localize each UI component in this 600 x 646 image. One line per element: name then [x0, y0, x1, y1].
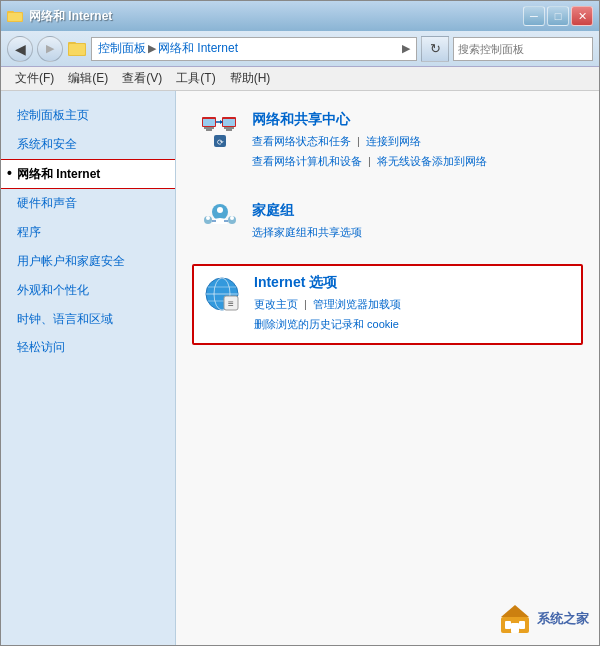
network-center-icon: ⟳ — [200, 111, 240, 151]
title-bar: 网络和 Internet ─ □ ✕ — [1, 1, 599, 31]
sep-2: | — [368, 155, 371, 167]
internet-options-text: Internet 选项 更改主页 | 管理浏览器加载项 删除浏览的历史记录和 c… — [254, 274, 573, 335]
menu-tools[interactable]: 工具(T) — [170, 68, 221, 89]
sidebar-label-user-accounts: 用户帐户和家庭安全 — [17, 253, 125, 270]
nav-folder-icon — [67, 39, 87, 59]
internet-options-icon: ≡ — [202, 274, 242, 314]
svg-text:⟳: ⟳ — [217, 138, 224, 147]
sidebar-item-programs[interactable]: 程序 — [1, 218, 175, 247]
sep-3: | — [304, 298, 307, 310]
title-bar-left: 网络和 Internet — [7, 8, 112, 25]
network-center-links: 查看网络状态和任务 | 连接到网络 查看网络计算机和设备 | 将无线设备添加到网… — [252, 132, 575, 172]
svg-rect-13 — [223, 119, 235, 126]
svg-rect-2 — [8, 13, 22, 21]
link-connect-network[interactable]: 连接到网络 — [366, 135, 421, 147]
watermark-icon — [499, 603, 531, 635]
main-content: 控制面板主页 系统和安全 网络和 Internet 硬件和声音 程序 用户帐户和… — [1, 91, 599, 645]
internet-options-links: 更改主页 | 管理浏览器加载项 删除浏览的历史记录和 cookie — [254, 295, 573, 335]
menu-view[interactable]: 查看(V) — [116, 68, 168, 89]
sidebar-item-accessibility[interactable]: 轻松访问 — [1, 333, 175, 362]
section-internet-options: ≡ Internet 选项 更改主页 | 管理浏览器加载项 删除浏览的历史记录和… — [192, 264, 583, 345]
window-controls: ─ □ ✕ — [523, 6, 593, 26]
forward-button[interactable]: ▶ — [37, 36, 63, 62]
sidebar-item-controlpanel-home[interactable]: 控制面板主页 — [1, 101, 175, 130]
sidebar-item-network-internet[interactable]: 网络和 Internet — [1, 159, 175, 190]
sidebar-item-hardware-sound[interactable]: 硬件和声音 — [1, 189, 175, 218]
sidebar-label-appearance: 外观和个性化 — [17, 282, 89, 299]
network-center-item: ⟳ 网络和共享中心 查看网络状态和任务 | 连接到网络 查看网络计算机和设备 | — [192, 103, 583, 180]
sep-1: | — [357, 135, 360, 147]
sidebar-item-clock-language[interactable]: 时钟、语言和区域 — [1, 305, 175, 334]
menu-file[interactable]: 文件(F) — [9, 68, 60, 89]
link-change-homepage[interactable]: 更改主页 — [254, 298, 298, 310]
link-view-computers[interactable]: 查看网络计算机和设备 — [252, 155, 362, 167]
section-network-center: ⟳ 网络和共享中心 查看网络状态和任务 | 连接到网络 查看网络计算机和设备 | — [192, 103, 583, 180]
sidebar: 控制面板主页 系统和安全 网络和 Internet 硬件和声音 程序 用户帐户和… — [1, 91, 176, 645]
link-choose-homegroup[interactable]: 选择家庭组和共享选项 — [252, 226, 362, 238]
watermark: 系统之家 — [499, 603, 589, 635]
homegroup-icon-svg — [200, 202, 240, 242]
svg-point-19 — [217, 207, 223, 213]
back-button[interactable]: ◀ — [7, 36, 33, 62]
svg-rect-8 — [206, 129, 212, 131]
close-button[interactable]: ✕ — [571, 6, 593, 26]
address-bar: ◀ ▶ 控制面板 ▶ 网络和 Internet ▶ ↻ 🔍 — [1, 31, 599, 67]
breadcrumb-item-controlpanel[interactable]: 控制面板 — [98, 40, 146, 57]
homegroup-icon — [200, 202, 240, 242]
homegroup-links: 选择家庭组和共享选项 — [252, 223, 575, 243]
sidebar-label-network-internet: 网络和 Internet — [17, 166, 100, 183]
svg-point-23 — [230, 216, 234, 220]
refresh-button[interactable]: ↻ — [421, 36, 449, 62]
svg-point-21 — [206, 216, 210, 220]
sidebar-item-appearance[interactable]: 外观和个性化 — [1, 276, 175, 305]
svg-rect-37 — [519, 621, 525, 629]
sidebar-item-system-security[interactable]: 系统和安全 — [1, 130, 175, 159]
title-text: 网络和 Internet — [29, 8, 112, 25]
svg-rect-12 — [203, 119, 215, 126]
svg-text:≡: ≡ — [228, 298, 234, 309]
menu-help[interactable]: 帮助(H) — [224, 68, 277, 89]
folder-icon — [7, 8, 23, 24]
sidebar-item-user-accounts[interactable]: 用户帐户和家庭安全 — [1, 247, 175, 276]
homegroup-item: 家庭组 选择家庭组和共享选项 — [192, 194, 583, 251]
sidebar-label-programs: 程序 — [17, 224, 41, 241]
link-view-network-status[interactable]: 查看网络状态和任务 — [252, 135, 351, 147]
svg-rect-11 — [226, 129, 232, 131]
breadcrumb-sep-1: ▶ — [148, 42, 156, 55]
network-center-title[interactable]: 网络和共享中心 — [252, 111, 575, 129]
svg-rect-10 — [224, 127, 234, 129]
sidebar-label-accessibility: 轻松访问 — [17, 339, 65, 356]
watermark-text: 系统之家 — [537, 610, 589, 628]
menu-bar: 文件(F) 编辑(E) 查看(V) 工具(T) 帮助(H) — [1, 67, 599, 91]
sidebar-label-system-security: 系统和安全 — [17, 136, 77, 153]
maximize-button[interactable]: □ — [547, 6, 569, 26]
link-manage-addons[interactable]: 管理浏览器加载项 — [313, 298, 401, 310]
section-homegroup: 家庭组 选择家庭组和共享选项 — [192, 194, 583, 251]
breadcrumb-item-network[interactable]: 网络和 Internet — [158, 40, 238, 57]
network-center-text: 网络和共享中心 查看网络状态和任务 | 连接到网络 查看网络计算机和设备 | 将… — [252, 111, 575, 172]
link-add-wireless[interactable]: 将无线设备添加到网络 — [377, 155, 487, 167]
homegroup-title[interactable]: 家庭组 — [252, 202, 575, 220]
svg-marker-34 — [501, 605, 529, 617]
sidebar-label-hardware-sound: 硬件和声音 — [17, 195, 77, 212]
svg-rect-7 — [204, 127, 214, 129]
svg-rect-5 — [69, 44, 85, 55]
internet-options-item: ≡ Internet 选项 更改主页 | 管理浏览器加载项 删除浏览的历史记录和… — [192, 264, 583, 345]
internet-options-title[interactable]: Internet 选项 — [254, 274, 573, 292]
sidebar-label-clock-language: 时钟、语言和区域 — [17, 311, 113, 328]
breadcrumb-bar: 控制面板 ▶ 网络和 Internet ▶ — [91, 37, 417, 61]
svg-rect-36 — [505, 621, 511, 629]
network-icon-svg: ⟳ — [200, 111, 240, 151]
search-input[interactable] — [458, 43, 596, 55]
minimize-button[interactable]: ─ — [523, 6, 545, 26]
svg-rect-35 — [511, 623, 519, 633]
link-delete-history[interactable]: 删除浏览的历史记录和 cookie — [254, 318, 399, 330]
window: 网络和 Internet ─ □ ✕ ◀ ▶ 控制面板 ▶ 网络和 Intern… — [0, 0, 600, 646]
content-area: ⟳ 网络和共享中心 查看网络状态和任务 | 连接到网络 查看网络计算机和设备 | — [176, 91, 599, 645]
sidebar-label-controlpanel-home: 控制面板主页 — [17, 107, 89, 124]
breadcrumb-sep-2: ▶ — [402, 42, 410, 55]
menu-edit[interactable]: 编辑(E) — [62, 68, 114, 89]
homegroup-text: 家庭组 选择家庭组和共享选项 — [252, 202, 575, 243]
internet-options-icon-svg: ≡ — [202, 274, 242, 314]
search-bar: 🔍 — [453, 37, 593, 61]
